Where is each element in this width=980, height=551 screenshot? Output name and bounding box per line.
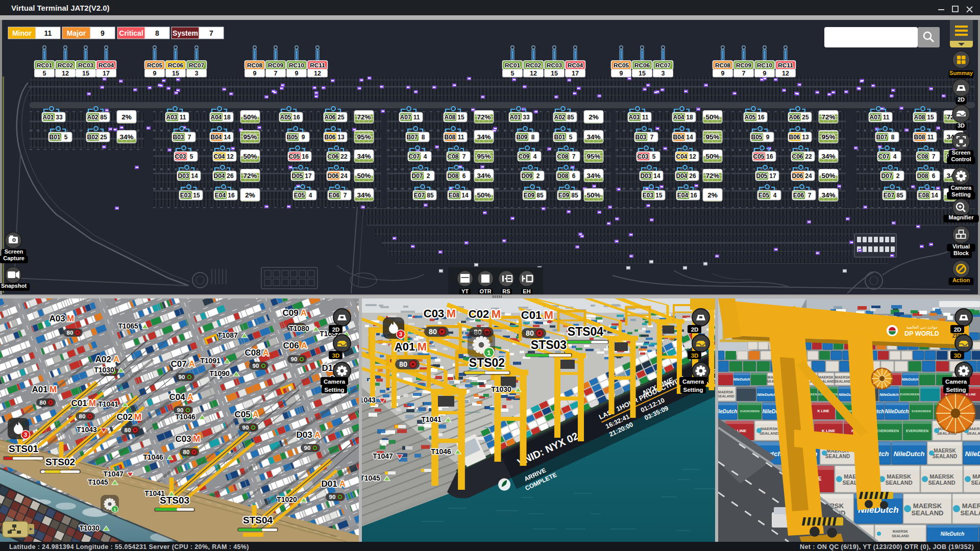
svg-text:A: A <box>189 359 195 369</box>
svg-text:2%: 2% <box>121 113 132 121</box>
svg-text:EVERGREEN: EVERGREEN <box>912 410 931 413</box>
svg-text:OTR: OTR <box>479 288 491 294</box>
svg-text:B04: B04 <box>210 134 222 141</box>
svg-text:2D: 2D <box>691 327 699 333</box>
svg-text:16: 16 <box>690 192 697 199</box>
svg-text:34%: 34% <box>821 191 835 199</box>
svg-text:C02: C02 <box>469 308 489 320</box>
svg-text:RC10: RC10 <box>757 62 773 69</box>
svg-text:9: 9 <box>302 134 305 141</box>
svg-text:C03: C03 <box>637 153 648 160</box>
svg-text:B06: B06 <box>324 134 335 141</box>
svg-text:C01: C01 <box>71 398 87 408</box>
svg-text:2D: 2D <box>332 327 340 333</box>
svg-text:C03: C03 <box>175 153 186 160</box>
svg-text:9: 9 <box>253 70 257 77</box>
svg-text:E05: E05 <box>758 192 770 199</box>
svg-text:SEALAND: SEALAND <box>971 480 980 486</box>
svg-text:E08: E08 <box>449 192 460 199</box>
svg-text:33: 33 <box>56 114 63 121</box>
svg-text:9: 9 <box>101 29 105 37</box>
svg-text:3D: 3D <box>958 122 965 129</box>
svg-text:RC05: RC05 <box>614 62 629 69</box>
svg-text:95%: 95% <box>477 153 491 160</box>
svg-text:E05: E05 <box>294 192 305 199</box>
svg-text:72%: 72% <box>477 113 491 121</box>
svg-text:T1065: T1065 <box>118 322 138 330</box>
svg-text:NileDutch: NileDutch <box>885 409 909 414</box>
svg-text:C03: C03 <box>175 434 191 444</box>
svg-text:11: 11 <box>642 114 649 121</box>
svg-text:NileDutch: NileDutch <box>902 378 919 381</box>
svg-text:NileDutch: NileDutch <box>757 392 776 397</box>
svg-text:STS03: STS03 <box>160 495 189 506</box>
svg-text:A01: A01 <box>42 114 54 121</box>
svg-text:RC07: RC07 <box>189 62 205 69</box>
svg-text:A03: A03 <box>166 114 177 121</box>
svg-text:7: 7 <box>462 153 466 160</box>
svg-text:STS02: STS02 <box>45 457 75 467</box>
svg-text:Camera: Camera <box>951 185 972 191</box>
svg-text:D04: D04 <box>213 172 225 180</box>
svg-text:8: 8 <box>155 29 159 37</box>
svg-text:C04: C04 <box>169 392 185 402</box>
svg-text:11: 11 <box>458 134 464 141</box>
svg-text:SEALAND: SEALAND <box>885 480 912 486</box>
svg-text:34%: 34% <box>821 153 835 160</box>
svg-text:MAERSK: MAERSK <box>893 530 908 533</box>
svg-text:14: 14 <box>686 134 693 141</box>
svg-text:Summay: Summay <box>949 70 973 76</box>
svg-text:Action: Action <box>952 277 970 283</box>
svg-text:STS03: STS03 <box>531 338 567 352</box>
svg-text:T1030: T1030 <box>79 524 100 532</box>
svg-text:E09: E09 <box>524 192 535 199</box>
svg-text:80: 80 <box>125 427 131 433</box>
svg-text:T1046: T1046 <box>143 453 163 461</box>
svg-text:15: 15 <box>172 70 179 77</box>
svg-text:B07: B07 <box>406 134 418 141</box>
svg-text:90: 90 <box>291 356 298 362</box>
svg-text:موانئ دبي العالمية: موانئ دبي العالمية <box>906 325 937 330</box>
svg-text:25: 25 <box>802 114 809 121</box>
svg-text:3: 3 <box>195 70 199 77</box>
svg-text:11: 11 <box>413 114 420 121</box>
svg-text:12: 12 <box>314 70 321 77</box>
svg-text:90: 90 <box>304 445 311 451</box>
svg-text:C05: C05 <box>288 153 300 160</box>
svg-text:17: 17 <box>103 70 110 77</box>
svg-text:NileDutch: NileDutch <box>733 378 750 381</box>
svg-text:RS: RS <box>502 288 510 294</box>
svg-text:90: 90 <box>242 424 249 431</box>
svg-text:4: 4 <box>309 192 312 199</box>
svg-text:C06: C06 <box>327 153 338 160</box>
svg-text:50%: 50% <box>243 153 257 160</box>
svg-text:RC10: RC10 <box>289 62 305 69</box>
svg-text:D09: D09 <box>521 172 532 180</box>
svg-text:8: 8 <box>422 134 425 141</box>
svg-text:5: 5 <box>190 153 193 160</box>
svg-text:T1047: T1047 <box>103 470 124 478</box>
svg-text:2%: 2% <box>707 191 718 199</box>
svg-text:85: 85 <box>567 114 574 121</box>
svg-text:12: 12 <box>689 153 696 160</box>
svg-text:34%: 34% <box>477 172 491 180</box>
svg-text:A: A <box>113 355 119 364</box>
svg-text:MAERSK: MAERSK <box>929 473 954 480</box>
svg-text:YT: YT <box>461 288 469 294</box>
svg-text:A04: A04 <box>210 114 222 121</box>
svg-text:2D: 2D <box>958 96 965 103</box>
svg-text:D08: D08 <box>447 172 458 180</box>
svg-text:SEALAND: SEALAND <box>834 380 851 383</box>
svg-text:5: 5 <box>652 153 656 160</box>
svg-text:D04: D04 <box>676 172 687 180</box>
svg-text:MAERSK: MAERSK <box>913 502 942 510</box>
svg-text:E03: E03 <box>180 192 191 199</box>
svg-text:5: 5 <box>511 70 514 77</box>
svg-text:24: 24 <box>340 172 348 180</box>
svg-text:EVERGREEN: EVERGREEN <box>900 393 919 396</box>
svg-text:80: 80 <box>526 329 534 337</box>
svg-text:4: 4 <box>893 153 897 160</box>
svg-text:B03: B03 <box>635 134 646 141</box>
svg-text:Screen: Screen <box>952 149 971 156</box>
svg-text:A08: A08 <box>914 114 925 121</box>
